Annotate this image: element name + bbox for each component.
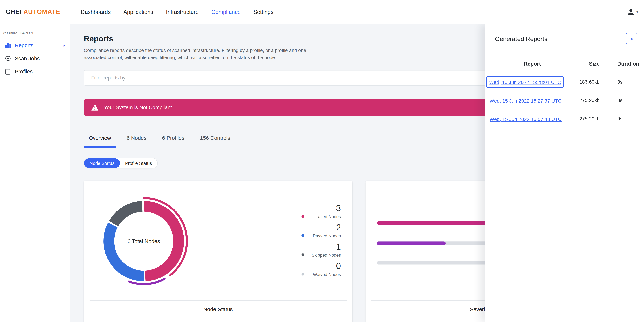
- sidebar-item-label: Profiles: [15, 68, 32, 74]
- card-divider: [90, 300, 346, 301]
- report-size: 275.20kb: [575, 97, 600, 103]
- report-size: 183.60kb: [575, 79, 600, 85]
- nav-applications[interactable]: Applications: [123, 9, 153, 15]
- nav-settings[interactable]: Settings: [254, 9, 274, 15]
- bar-chart-icon: [5, 42, 11, 48]
- close-icon: ×: [630, 35, 634, 41]
- donut-center-label: 6 Total Nodes: [84, 181, 204, 301]
- report-download-link[interactable]: Wed, 15 Jun 2022 15:28:01 UTC: [489, 79, 561, 85]
- tab-profiles[interactable]: 6 Profiles: [157, 131, 190, 148]
- panel-title: Generated Reports: [495, 35, 548, 42]
- scan-target-icon: [5, 55, 11, 61]
- report-size: 275.20kb: [575, 116, 600, 122]
- column-header-duration: Duration: [600, 60, 639, 67]
- warning-triangle-icon: [91, 104, 98, 111]
- tab-nodes[interactable]: 6 Nodes: [122, 131, 151, 148]
- skipped-count: 1: [302, 242, 341, 252]
- skipped-label: Skipped Nodes: [312, 253, 341, 258]
- legend-skipped: 1 Skipped Nodes: [302, 242, 341, 258]
- failed-dot-icon: [302, 215, 304, 218]
- report-duration: 8s: [600, 97, 639, 103]
- status-toggle: Node Status Profile Status: [84, 158, 158, 169]
- focus-ring: Wed, 15 Jun 2022 15:28:01 UTC: [486, 76, 564, 88]
- waived-label: Waived Nodes: [313, 272, 341, 277]
- sidebar-section-label: COMPLIANCE: [0, 24, 70, 38]
- tab-controls[interactable]: 156 Controls: [195, 131, 235, 148]
- waived-count: 0: [302, 261, 341, 271]
- table-header-row: Report Size Duration: [490, 54, 644, 73]
- brand-automate: AUTOMATE: [23, 8, 60, 15]
- brand-chef: CHEF: [6, 8, 24, 15]
- failed-count: 3: [302, 203, 341, 213]
- primary-nav: Dashboards Applications Infrastructure C…: [81, 9, 273, 15]
- chevron-down-icon: ▾: [636, 10, 638, 14]
- page-description: Compliance reports describe the status o…: [84, 47, 308, 61]
- sidebar-item-reports[interactable]: Reports ▸: [0, 38, 70, 52]
- brand-logo[interactable]: CHEFAUTOMATE: [6, 8, 60, 15]
- report-duration: 3s: [600, 79, 639, 85]
- report-download-link[interactable]: Wed, 15 Jun 2022 15:07:43 UTC: [490, 116, 562, 122]
- legend-waived: 0 Waived Nodes: [302, 261, 341, 278]
- profile-status-pill[interactable]: Profile Status: [120, 159, 158, 168]
- app-window: CHEFAUTOMATE Dashboards Applications Inf…: [0, 0, 644, 322]
- sidebar-item-label: Reports: [15, 42, 34, 48]
- sidebar-item-profiles[interactable]: Profiles: [0, 65, 70, 78]
- nav-infrastructure[interactable]: Infrastructure: [166, 9, 199, 15]
- passed-dot-icon: [302, 234, 304, 237]
- tab-overview[interactable]: Overview: [84, 131, 116, 148]
- node-status-donut: 6 Total Nodes: [84, 181, 204, 301]
- sidebar-item-scan-jobs[interactable]: Scan Jobs: [0, 52, 70, 65]
- column-header-size: Size: [575, 60, 600, 67]
- sidebar-item-label: Scan Jobs: [15, 55, 40, 61]
- nav-compliance[interactable]: Compliance: [212, 9, 241, 15]
- alert-text: Your System is Not Compliant: [104, 105, 172, 111]
- table-row: Wed, 15 Jun 2022 15:27:37 UTC 275.20kb 8…: [490, 91, 644, 109]
- profiles-book-icon: [5, 68, 11, 74]
- passed-label: Passed Nodes: [313, 233, 341, 238]
- table-row: Wed, 15 Jun 2022 15:07:43 UTC 275.20kb 9…: [490, 109, 644, 128]
- sidebar: COMPLIANCE Reports ▸ Scan Jobs Profiles: [0, 24, 70, 322]
- table-row: Wed, 15 Jun 2022 15:28:01 UTC 183.60kb 3…: [490, 73, 644, 91]
- column-header-report: Report: [490, 60, 575, 67]
- nav-dashboards[interactable]: Dashboards: [81, 9, 110, 15]
- top-nav: CHEFAUTOMATE Dashboards Applications Inf…: [0, 0, 644, 24]
- report-duration: 9s: [600, 116, 639, 122]
- generated-reports-panel: Generated Reports × Report Size Duration…: [485, 24, 644, 322]
- failed-label: Failed Nodes: [316, 214, 341, 219]
- node-status-pill[interactable]: Node Status: [84, 159, 120, 168]
- legend-passed: 2 Passed Nodes: [302, 222, 341, 239]
- node-status-legend: 3 Failed Nodes 2 Passed Nodes 1 Skipped …: [302, 203, 341, 280]
- reports-table: Report Size Duration Wed, 15 Jun 2022 15…: [490, 54, 644, 128]
- chevron-right-icon: ▸: [64, 43, 66, 47]
- node-status-card: 6 Total Nodes 3 Failed Nodes 2 Passed No…: [84, 181, 352, 322]
- user-avatar-icon: [627, 8, 635, 16]
- legend-failed: 3 Failed Nodes: [302, 203, 341, 220]
- close-panel-button[interactable]: ×: [626, 33, 638, 44]
- user-menu[interactable]: ▾: [627, 8, 638, 16]
- waived-dot-icon: [302, 273, 304, 276]
- passed-count: 2: [302, 222, 341, 233]
- report-download-link[interactable]: Wed, 15 Jun 2022 15:27:37 UTC: [490, 98, 562, 104]
- node-status-caption: Node Status: [84, 307, 352, 313]
- skipped-dot-icon: [302, 254, 304, 256]
